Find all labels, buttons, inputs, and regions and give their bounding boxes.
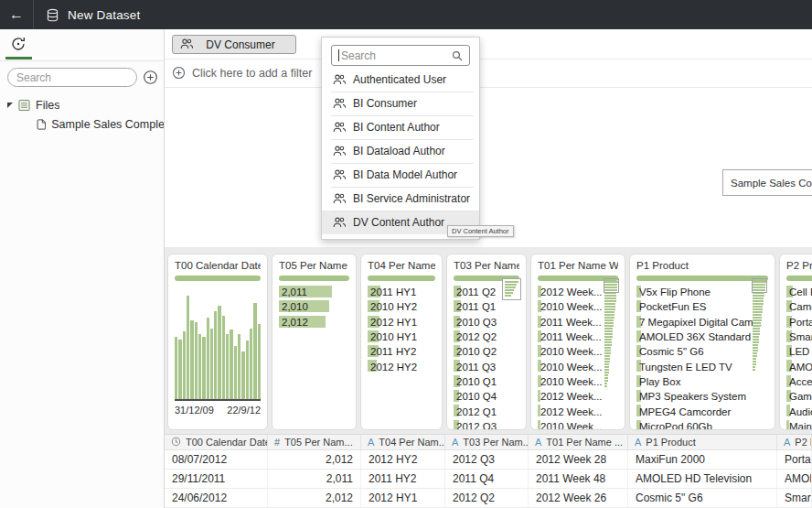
- column-header[interactable]: AT03 Per Nam...: [445, 435, 529, 449]
- dataset-node-label: Sample Sales Comple: [731, 178, 812, 189]
- dropdown-search-input[interactable]: Search: [331, 45, 470, 66]
- stripe: [604, 374, 608, 376]
- people-icon: [333, 169, 346, 180]
- role-option[interactable]: BI Data Model Author: [322, 163, 479, 187]
- column-header-label: P2 P: [795, 437, 812, 448]
- column-value: 2012 Q3: [454, 419, 519, 430]
- column-title: T03 Per Name Qtr: [454, 260, 519, 273]
- stripe: [604, 322, 614, 324]
- table-cell: 2,012: [268, 450, 361, 469]
- hover-tooltip: DV Content Author: [447, 225, 514, 237]
- histogram-bar: [190, 320, 193, 399]
- role-chip-label: DV Consumer: [193, 38, 288, 51]
- column-value: 2010 Q3: [454, 315, 519, 330]
- stripe: [604, 350, 611, 351]
- column-value: 2010 Q2: [454, 344, 519, 359]
- role-option[interactable]: BI Content Author: [322, 115, 479, 139]
- stripe: [604, 383, 607, 384]
- stripe: [505, 295, 511, 297]
- strip-thumb: [604, 278, 619, 293]
- table-cell: 2,011: [268, 470, 361, 488]
- axis-min-label: 31/12/09: [175, 405, 214, 416]
- role-option[interactable]: BI Service Administrator: [322, 187, 479, 211]
- role-option[interactable]: Authenticated User: [322, 68, 479, 92]
- column-header[interactable]: AT04 Per Nam...: [361, 435, 445, 449]
- value-label: 2010 Week...: [538, 301, 603, 312]
- column-card[interactable]: T04 Per Name ...2011 HY12010 HY22012 HY1…: [360, 254, 443, 430]
- data-tab-icon[interactable]: [10, 36, 27, 56]
- column-title: T04 Per Name ...: [368, 260, 435, 273]
- role-option-label: BI Consumer: [353, 97, 417, 110]
- value-label: Tungsten E LED TV: [636, 362, 732, 373]
- column-value: MPEG4 Camcorder: [636, 404, 768, 418]
- quality-bar: [786, 276, 812, 281]
- dataset-node[interactable]: Sample Sales Comple: [722, 169, 812, 196]
- sidebar-search-input[interactable]: Search: [7, 68, 137, 87]
- column-card[interactable]: P1 ProductV5x Flip PhonePocketFun ES7 Me…: [629, 254, 775, 430]
- column-value: PocketFun ES: [636, 299, 768, 314]
- histogram-bar: [253, 303, 256, 399]
- stripe: [604, 295, 616, 297]
- people-icon: [333, 146, 346, 157]
- value-label: 2010 Q2: [454, 346, 497, 357]
- strip-thumb: [752, 278, 767, 293]
- role-option[interactable]: BI Dataload Author: [322, 139, 479, 163]
- stripe: [604, 297, 616, 299]
- histogram-bar: [183, 331, 186, 399]
- add-filter-button[interactable]: Click here to add a filter: [172, 66, 312, 80]
- value-label: Play Box: [636, 376, 680, 387]
- table-cell: 2012 Q3: [445, 450, 529, 469]
- value-label: 2010 Week...: [538, 362, 603, 373]
- column-header[interactable]: AP2 P: [777, 435, 812, 449]
- role-option-label: BI Content Author: [353, 121, 440, 134]
- column-card[interactable]: T05 Per Name Y...2,0112,0102,012: [272, 254, 357, 430]
- tree-node-files[interactable]: Files: [0, 95, 164, 114]
- number-type-icon: #: [274, 437, 280, 448]
- table-row: 24/06/20122,0122012 HY12012 Q22012 Week …: [165, 489, 812, 508]
- data-preview-panel: T00 Calendar Date31/12/0922/9/12T05 Per …: [165, 247, 812, 508]
- column-card[interactable]: T00 Calendar Date31/12/0922/9/12: [167, 254, 268, 430]
- column-value: 2011 HY1: [368, 285, 435, 299]
- stripe: [753, 363, 756, 365]
- value-label: 2010 HY1: [368, 331, 417, 342]
- table-cell: 2011 Week 48: [529, 470, 628, 488]
- column-value: 2012 Q1: [454, 404, 519, 418]
- column-value: MicroPod 60Gb: [636, 419, 768, 430]
- stripe: [604, 303, 615, 305]
- folder-file-icon: [18, 99, 30, 112]
- expand-triangle-icon[interactable]: [7, 103, 13, 108]
- column-value: 2,010: [279, 299, 349, 314]
- role-option[interactable]: BI Consumer: [322, 92, 479, 115]
- stripe: [753, 347, 758, 349]
- value-label: PocketFun ES: [636, 301, 707, 312]
- stripe: [753, 322, 761, 324]
- value-label: 2012 HY1: [368, 317, 417, 328]
- histogram-bar: [241, 351, 244, 399]
- column-card[interactable]: T01 Per Name Week2012 Week...2010 Week..…: [530, 254, 625, 430]
- column-card[interactable]: P2 ProCell PhCamePortabSmartLEDAMOLAcces…: [779, 254, 812, 430]
- column-values: 2011 HY12010 HY22012 HY12010 HY12011 HY2…: [368, 285, 435, 374]
- role-option-label: Authenticated User: [353, 73, 446, 86]
- column-value: LED: [786, 344, 812, 359]
- column-value: 2,012: [279, 315, 349, 330]
- table-cell: 08/07/2012: [165, 450, 268, 469]
- column-header[interactable]: T00 Calendar Date: [165, 435, 268, 449]
- histogram-bar: [226, 334, 229, 399]
- stripe: [604, 306, 615, 308]
- column-card[interactable]: T03 Per Name Qtr2011 Q22011 Q12010 Q3201…: [446, 254, 527, 430]
- value-label: 2,012: [279, 317, 308, 328]
- column-value: Smart: [786, 330, 812, 344]
- stripe: [604, 336, 613, 338]
- tree-node-dataset-file[interactable]: Sample Sales Complete...: [0, 114, 164, 134]
- column-value: 2012 Q2: [454, 330, 519, 344]
- back-button[interactable]: ←: [0, 0, 34, 29]
- table-cell: AMOLE: [777, 470, 812, 488]
- stripe: [604, 352, 611, 354]
- stripe: [753, 350, 758, 351]
- column-header[interactable]: AP1 Product: [628, 435, 777, 449]
- column-header[interactable]: AT01 Per Name ...: [529, 435, 628, 449]
- role-filter-chip[interactable]: DV Consumer: [172, 35, 296, 54]
- add-connection-button[interactable]: [143, 70, 158, 85]
- stripe: [753, 344, 758, 346]
- column-header[interactable]: #T05 Per Nam...: [268, 435, 361, 449]
